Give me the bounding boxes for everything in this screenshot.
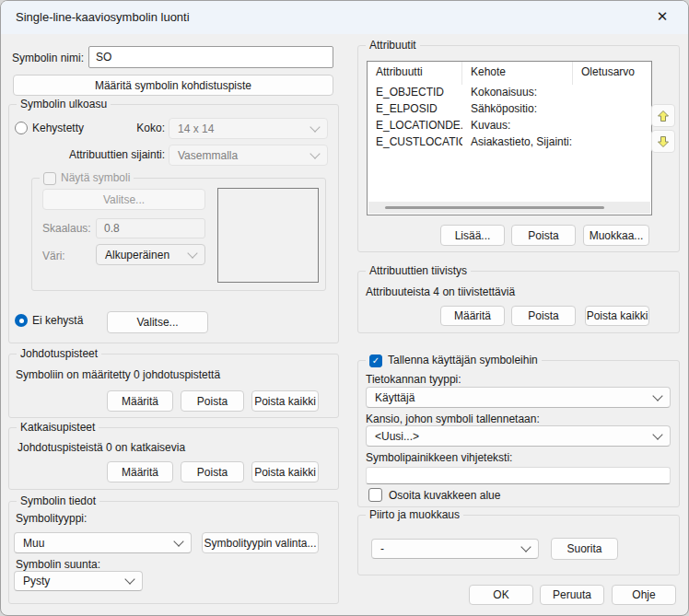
set-alignment-point-button[interactable]: Määritä symbolin kohdistuspiste <box>13 75 333 96</box>
chevron-down-icon <box>652 429 662 439</box>
cell-attribute: E_CUSTLOCATION <box>368 134 462 151</box>
table-row[interactable]: E_CUSTLOCATION Asiakastieto, Sijainti: <box>368 134 651 151</box>
save-folder-combo-value: <Uusi...> <box>375 430 419 443</box>
close-icon: ✕ <box>657 8 669 25</box>
chevron-down-icon <box>309 122 320 132</box>
symbol-name-input[interactable] <box>88 46 333 68</box>
column-header-default[interactable]: Oletusarvo <box>573 62 651 85</box>
symbol-direction-combo-value: Pysty <box>23 575 50 587</box>
color-combo: Alkuperäinen <box>96 244 205 265</box>
wiring-remove-all-button[interactable]: Poista kaikki <box>251 390 319 412</box>
table-row[interactable]: E_LOCATIONDE... Kuvaus: <box>368 118 651 134</box>
check-icon: ✓ <box>372 356 380 366</box>
wiring-points-legend: Johdotuspisteet <box>17 347 101 361</box>
break-points-status: Johdotuspisteistä 0 on katkaisevia <box>18 441 185 454</box>
run-button[interactable]: Suorita <box>551 538 618 560</box>
cell-attribute: E_ELPOSID <box>368 101 462 118</box>
move-up-button[interactable] <box>651 104 675 127</box>
show-symbol-label: Näytä symboli <box>61 171 130 185</box>
icon-area-checkbox-label: Osoita kuvakkeen alue <box>389 489 500 502</box>
column-header-prompt[interactable]: Kehote <box>462 62 573 85</box>
draw-and-edit-legend: Piirto ja muokkaus <box>366 508 463 522</box>
size-combo: 14 x 14 <box>169 118 328 139</box>
wiring-remove-button[interactable]: Poista <box>181 390 244 412</box>
save-to-user-symbols-checkbox[interactable]: ✓ <box>369 354 382 367</box>
attributes-legend: Attribuutit <box>366 39 420 52</box>
attribute-remove-button[interactable]: Poista <box>511 225 576 246</box>
cell-default <box>573 134 651 151</box>
attribute-position-combo-value: Vasemmalla <box>178 149 238 162</box>
symbol-direction-label: Symbolin suunta: <box>16 558 100 571</box>
symbol-preview-box <box>217 188 319 283</box>
cell-attribute: E_LOCATIONDE... <box>368 118 462 134</box>
window-title: Single-line-kaaviosymbolin luonti <box>16 10 190 24</box>
break-define-button[interactable]: Määritä <box>107 461 173 482</box>
no-frame-radio[interactable] <box>15 314 28 327</box>
attribute-edit-button[interactable]: Muokkaa... <box>583 225 649 246</box>
break-remove-all-button[interactable]: Poista kaikki <box>251 461 319 482</box>
size-combo-value: 14 x 14 <box>178 122 214 135</box>
wiring-define-button[interactable]: Määritä <box>107 390 173 412</box>
chevron-down-icon <box>652 390 662 401</box>
attribute-add-button[interactable]: Lisää... <box>440 225 505 246</box>
symbol-name-label: Symbolin nimi: <box>12 52 84 64</box>
color-label: Väri: <box>42 250 65 262</box>
cell-prompt: Asiakastieto, Sijainti: <box>462 134 573 151</box>
symbol-direction-combo[interactable]: Pysty <box>14 571 143 591</box>
choose-symbol-button-disabled: Valitse... <box>42 189 205 210</box>
scale-label: Skaalaus: <box>42 222 91 235</box>
attribute-compression-legend: Attribuuttien tiivistys <box>366 264 471 278</box>
break-remove-button[interactable]: Poista <box>181 461 244 482</box>
symbol-type-label: Symbolityyppi: <box>16 512 87 525</box>
chevron-down-icon <box>309 148 320 158</box>
chevron-down-icon <box>173 536 183 546</box>
no-frame-radio-label: Ei kehystä <box>32 314 83 327</box>
compression-status: Attribuuteista 4 on tiivistettäviä <box>366 285 515 298</box>
table-row[interactable]: E_OBJECTID Kokonaisuus: <box>368 85 651 101</box>
chevron-down-icon <box>520 541 531 552</box>
icon-area-checkbox[interactable] <box>368 488 382 502</box>
table-row[interactable]: E_ELPOSID Sähköpositio: <box>368 101 651 118</box>
cell-prompt: Kuvaus: <box>462 118 573 134</box>
horizontal-scrollbar[interactable] <box>368 202 650 214</box>
compression-remove-all-button[interactable]: Poista kaikki <box>585 306 649 326</box>
save-folder-combo[interactable]: <Uusi...> <box>366 425 671 447</box>
title-bar: Single-line-kaaviosymbolin luonti ✕ <box>1 1 688 34</box>
cell-default <box>573 101 651 118</box>
database-type-label: Tietokannan tyyppi: <box>366 373 461 386</box>
choose-symbol-button[interactable]: Valitse... <box>107 311 208 333</box>
attributes-table-header: Attribuutti Kehote Oletusarvo <box>368 62 651 85</box>
framed-radio[interactable] <box>15 122 28 134</box>
compression-remove-button[interactable]: Poista <box>511 306 576 326</box>
scale-value: 0.8 <box>104 222 120 235</box>
cell-prompt: Sähköpositio: <box>462 101 573 118</box>
move-down-button[interactable] <box>651 130 675 153</box>
column-header-attribute[interactable]: Attribuutti <box>368 62 462 85</box>
ok-button[interactable]: OK <box>469 585 533 605</box>
show-symbol-legend: Näytä symboli <box>40 171 134 185</box>
arrow-up-icon <box>657 110 670 122</box>
scrollbar-thumb[interactable] <box>385 206 604 209</box>
attributes-table[interactable]: Attribuutti Kehote Oletusarvo E_OBJECTID… <box>367 61 652 215</box>
save-folder-label: Kansio, johon symboli tallennetaan: <box>366 413 540 425</box>
database-type-combo[interactable]: Käyttäjä <box>366 387 671 408</box>
symbol-type-combo-value: Muu <box>23 537 44 550</box>
button-hint-input[interactable] <box>366 467 671 484</box>
framed-radio-label: Kehystetty <box>32 122 84 134</box>
cell-default <box>573 85 651 101</box>
help-button[interactable]: Ohje <box>612 585 676 605</box>
symbol-type-combo[interactable]: Muu <box>14 532 192 553</box>
symbol-type-select-button[interactable]: Symbolityypin valinta... <box>202 532 319 553</box>
color-combo-value: Alkuperäinen <box>105 249 169 262</box>
close-button[interactable]: ✕ <box>642 1 683 32</box>
database-type-combo-value: Käyttäjä <box>375 391 415 404</box>
cell-default <box>573 118 651 134</box>
compression-define-button[interactable]: Määritä <box>440 306 505 326</box>
scale-input: 0.8 <box>96 218 205 238</box>
symbol-appearance-legend: Symbolin ulkoasu <box>17 98 111 111</box>
draw-action-combo[interactable]: - <box>371 539 539 559</box>
draw-action-combo-value: - <box>380 542 384 555</box>
arrow-down-icon <box>657 135 670 148</box>
save-to-user-symbols-label: Tallenna käyttäjän symboleihin <box>388 354 538 367</box>
cancel-button[interactable]: Peruuta <box>540 585 604 605</box>
